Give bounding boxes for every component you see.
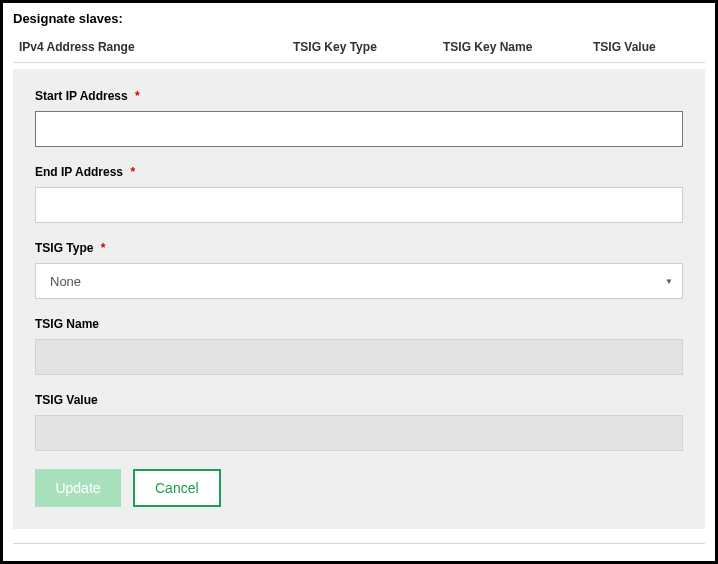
divider — [13, 543, 705, 544]
cancel-button[interactable]: Cancel — [133, 469, 221, 507]
button-row: Update Cancel — [35, 469, 683, 507]
update-button[interactable]: Update — [35, 469, 121, 507]
required-marker: * — [101, 241, 106, 255]
tsig-value-label: TSIG Value — [35, 393, 683, 407]
start-ip-input[interactable] — [35, 111, 683, 147]
tsig-type-label: TSIG Type * — [35, 241, 683, 255]
tsig-name-label: TSIG Name — [35, 317, 683, 331]
field-tsig-name: TSIG Name — [35, 317, 683, 375]
tsig-value-input — [35, 415, 683, 451]
end-ip-label: End IP Address * — [35, 165, 683, 179]
header-ip-range: IPv4 Address Range — [13, 40, 293, 54]
column-headers: IPv4 Address Range TSIG Key Type TSIG Ke… — [13, 36, 705, 63]
field-end-ip: End IP Address * — [35, 165, 683, 223]
header-value: TSIG Value — [593, 40, 703, 54]
header-key-type: TSIG Key Type — [293, 40, 443, 54]
end-ip-label-text: End IP Address — [35, 165, 123, 179]
section-title: Designate slaves: — [13, 11, 705, 26]
required-marker: * — [135, 89, 140, 103]
tsig-type-select[interactable]: None ▼ — [35, 263, 683, 299]
start-ip-label-text: Start IP Address — [35, 89, 128, 103]
tsig-type-selected: None — [35, 263, 683, 299]
tsig-name-input — [35, 339, 683, 375]
start-ip-label: Start IP Address * — [35, 89, 683, 103]
form-panel: Start IP Address * End IP Address * TSIG… — [13, 69, 705, 529]
field-tsig-value: TSIG Value — [35, 393, 683, 451]
end-ip-input[interactable] — [35, 187, 683, 223]
field-start-ip: Start IP Address * — [35, 89, 683, 147]
tsig-type-label-text: TSIG Type — [35, 241, 93, 255]
required-marker: * — [130, 165, 135, 179]
field-tsig-type: TSIG Type * None ▼ — [35, 241, 683, 299]
header-key-name: TSIG Key Name — [443, 40, 593, 54]
